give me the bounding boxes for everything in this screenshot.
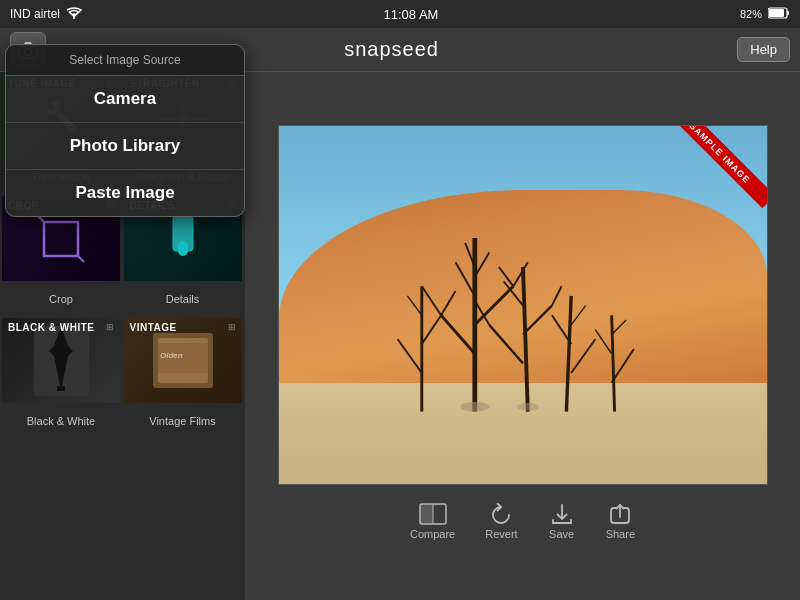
compare-button[interactable]: Compare bbox=[410, 503, 455, 540]
vintage-corner-icon: ⊞ bbox=[228, 322, 236, 332]
svg-line-30 bbox=[455, 263, 474, 297]
bottom-toolbar: Compare Revert bbox=[390, 495, 655, 548]
save-icon bbox=[548, 503, 576, 525]
vintage-icon: Olden bbox=[148, 328, 218, 393]
carrier-label: IND airtel bbox=[10, 7, 60, 21]
svg-line-39 bbox=[566, 296, 571, 412]
dropdown-item-photo-library[interactable]: Photo Library bbox=[6, 123, 244, 170]
svg-line-42 bbox=[571, 306, 585, 325]
svg-line-50 bbox=[611, 320, 625, 334]
svg-line-26 bbox=[441, 291, 455, 315]
svg-line-24 bbox=[441, 316, 475, 355]
svg-line-40 bbox=[571, 340, 595, 374]
share-label: Share bbox=[606, 528, 635, 540]
status-time: 11:08 AM bbox=[384, 7, 439, 22]
svg-line-45 bbox=[421, 316, 440, 345]
details-icon bbox=[168, 216, 198, 261]
status-bar: IND airtel 11:08 AM 82% bbox=[0, 0, 800, 28]
wifi-icon bbox=[66, 7, 82, 22]
status-right: 82% bbox=[740, 7, 790, 21]
crop-name: Crop bbox=[2, 281, 120, 316]
svg-point-52 bbox=[516, 403, 539, 411]
bw-corner-icon: ⊞ bbox=[106, 322, 114, 332]
svg-rect-16 bbox=[178, 241, 188, 256]
svg-rect-18 bbox=[57, 386, 65, 391]
svg-line-33 bbox=[523, 267, 528, 412]
save-label: Save bbox=[549, 528, 574, 540]
svg-line-28 bbox=[513, 263, 527, 287]
image-container: SAMPLE IMAGE bbox=[278, 125, 768, 485]
svg-line-13 bbox=[78, 256, 84, 262]
share-icon bbox=[606, 503, 634, 525]
compare-label: Compare bbox=[410, 528, 455, 540]
main-content: SAMPLE IMAGE Compare bbox=[245, 72, 800, 600]
crop-icon bbox=[36, 214, 86, 264]
svg-point-51 bbox=[460, 402, 489, 412]
svg-rect-2 bbox=[769, 9, 784, 17]
svg-line-36 bbox=[523, 306, 552, 335]
share-button[interactable]: Share bbox=[606, 503, 635, 540]
svg-line-44 bbox=[397, 340, 421, 374]
revert-label: Revert bbox=[485, 528, 517, 540]
tool-card-vintage[interactable]: VINTAGE ⊞ Olden Vintage Films bbox=[124, 318, 242, 438]
revert-button[interactable]: Revert bbox=[485, 503, 517, 540]
compare-icon bbox=[419, 503, 447, 525]
svg-rect-22 bbox=[158, 343, 208, 373]
dropdown-item-paste-image[interactable]: Paste Image bbox=[6, 170, 244, 216]
dropdown-title: Select Image Source bbox=[6, 45, 244, 76]
svg-line-37 bbox=[551, 287, 561, 306]
svg-line-48 bbox=[611, 349, 633, 383]
svg-rect-3 bbox=[787, 11, 789, 15]
svg-line-25 bbox=[421, 287, 440, 316]
help-button[interactable]: Help bbox=[737, 37, 790, 62]
bw-label: BLACK & WHITE bbox=[2, 318, 120, 337]
sample-image: SAMPLE IMAGE bbox=[278, 125, 768, 485]
svg-line-47 bbox=[611, 316, 614, 412]
svg-line-46 bbox=[407, 296, 421, 315]
status-left: IND airtel bbox=[10, 7, 82, 22]
vintage-label: VINTAGE bbox=[124, 318, 242, 337]
dropdown-item-camera[interactable]: Camera bbox=[6, 76, 244, 123]
revert-icon bbox=[487, 503, 515, 525]
svg-point-0 bbox=[73, 17, 75, 19]
sample-badge: SAMPLE IMAGE bbox=[667, 126, 767, 226]
app-title: snapseed bbox=[344, 38, 439, 61]
sample-badge-text: SAMPLE IMAGE bbox=[667, 126, 767, 208]
vintage-name: Vintage Films bbox=[124, 403, 242, 438]
battery-icon bbox=[768, 7, 790, 21]
image-source-dropdown: Select Image Source Camera Photo Library… bbox=[5, 44, 245, 217]
svg-rect-54 bbox=[421, 505, 433, 523]
details-name: Details bbox=[124, 281, 242, 316]
tool-card-bw[interactable]: BLACK & WHITE ⊞ Black & White bbox=[2, 318, 120, 438]
svg-line-27 bbox=[474, 287, 513, 326]
svg-line-34 bbox=[489, 325, 523, 364]
battery-percent: 82% bbox=[740, 8, 762, 20]
svg-line-49 bbox=[595, 330, 611, 354]
bw-name: Black & White bbox=[2, 403, 120, 438]
svg-rect-11 bbox=[44, 222, 78, 256]
save-button[interactable]: Save bbox=[548, 503, 576, 540]
